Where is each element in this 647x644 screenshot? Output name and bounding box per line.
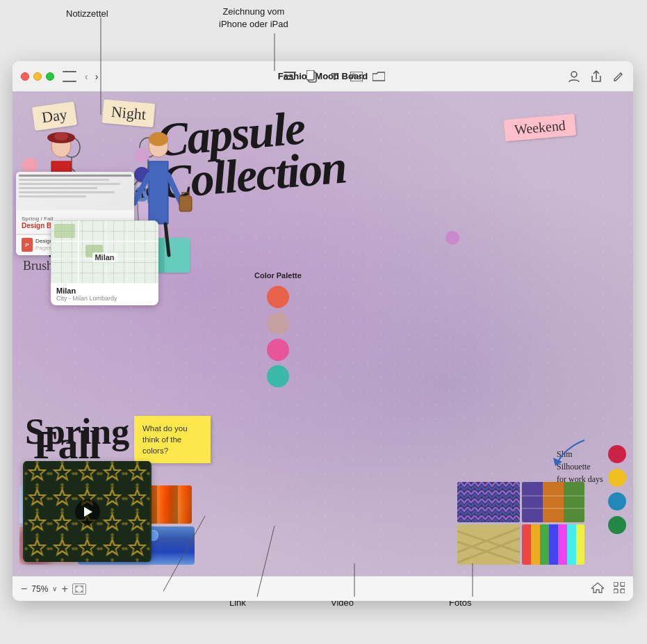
collaborate-icon[interactable] [568,70,580,83]
svg-rect-6 [284,72,296,73]
minimize-button[interactable] [33,72,42,81]
back-arrow[interactable]: ‹ [82,70,91,83]
home-icon[interactable] [591,582,604,596]
svg-rect-10 [306,70,314,80]
play-icon [84,507,92,517]
map-roads-svg [51,220,158,283]
palette-label: Color Palette [254,271,302,280]
main-window: ‹ › Fashion Mood Board T [13,61,633,601]
swatch-yellow [608,469,626,487]
svg-rect-58 [558,524,567,565]
svg-rect-63 [614,582,618,586]
svg-point-40 [54,132,68,140]
svg-rect-66 [621,589,625,593]
svg-rect-55 [531,524,540,565]
svg-rect-56 [540,524,549,565]
svg-rect-29 [54,224,75,238]
svg-rect-8 [284,79,295,80]
forward-arrow[interactable]: › [92,70,101,83]
svg-rect-54 [522,524,531,565]
svg-rect-50 [564,482,584,522]
bottom-toolbar: − 75% ∨ + [13,576,633,601]
zoom-controls: − 75% ∨ + [21,583,86,595]
grid-icon[interactable] [614,582,625,596]
svg-rect-59 [567,524,576,565]
palette-swatch-4 [267,365,289,387]
svg-rect-64 [621,582,625,586]
palette-swatch-2 [267,312,289,335]
color-dot-right [445,231,459,245]
text-icon[interactable]: T [328,70,341,83]
zoom-dropdown[interactable]: ∨ [52,585,57,593]
svg-rect-42 [179,196,192,211]
palette-swatch-3 [267,339,289,361]
bottom-right-icons [591,582,625,596]
svg-rect-49 [543,482,564,522]
edit-icon[interactable] [612,70,625,83]
play-button[interactable] [75,499,100,524]
share-icon[interactable] [590,70,603,83]
color-palette: Color Palette [254,271,302,387]
swatch-blue-right [608,492,626,510]
zoom-out-button[interactable]: − [21,583,27,595]
blue-arrow [550,437,591,472]
swatch-red [608,445,626,463]
photo-grid-right [457,482,584,565]
video-background [23,461,151,562]
traffic-lights [21,72,54,81]
photo-chevron [457,482,520,522]
weekend-sticky[interactable]: Weekend [504,114,576,142]
photo-stripes [522,524,584,565]
zoom-level: 75% [31,584,48,594]
annotation-zeichnung: Zeichnung vomiPhone oder iPad [219,6,288,31]
note-icon[interactable] [284,70,296,83]
fullscreen-button[interactable] [46,72,54,81]
annotation-notizzettel: Notizzettel [66,8,108,19]
pages-icon: P [22,238,33,252]
sidebar-toggle[interactable] [63,71,76,82]
doc-thumbnail [16,172,134,210]
color-swatches-right [608,445,626,534]
map-city-label: Milan [92,252,117,262]
map-footer: Milan City - Milan Lombardy [51,283,158,305]
svg-marker-44 [553,458,562,466]
svg-rect-46 [457,482,520,522]
image-icon[interactable] [350,70,363,83]
svg-point-43 [149,132,168,146]
svg-rect-65 [614,589,618,593]
palette-swatch-1 [267,286,289,308]
video-tile[interactable] [23,461,151,562]
svg-point-13 [571,72,577,77]
svg-marker-62 [591,583,604,593]
toolbar-right [568,70,625,83]
photo-textile [457,524,520,565]
zoom-in-button[interactable]: + [61,583,67,595]
titlebar: ‹ › Fashion Mood Board T [13,61,633,92]
canvas-area: CapsuleCollection Day Night [13,92,633,576]
svg-rect-7 [284,75,293,77]
sticky-note-text: What do you think of the colors? [142,424,188,455]
svg-rect-57 [549,524,558,565]
close-button[interactable] [21,72,29,81]
photo-colorful [522,482,584,522]
map-area: Milan [51,220,158,283]
svg-rect-48 [522,482,543,522]
sticky-note-colors[interactable]: What do you think of the colors? [134,416,211,463]
map-card[interactable]: Milan Milan City - Milan Lombardy [51,220,158,305]
swatch-green [608,516,626,534]
svg-rect-60 [576,524,584,565]
folder-icon[interactable] [372,70,385,83]
copy-icon[interactable] [306,70,318,83]
night-sticky[interactable]: Night [102,99,156,127]
fit-view-button[interactable] [72,583,86,595]
nav-arrows: ‹ › [82,70,101,83]
